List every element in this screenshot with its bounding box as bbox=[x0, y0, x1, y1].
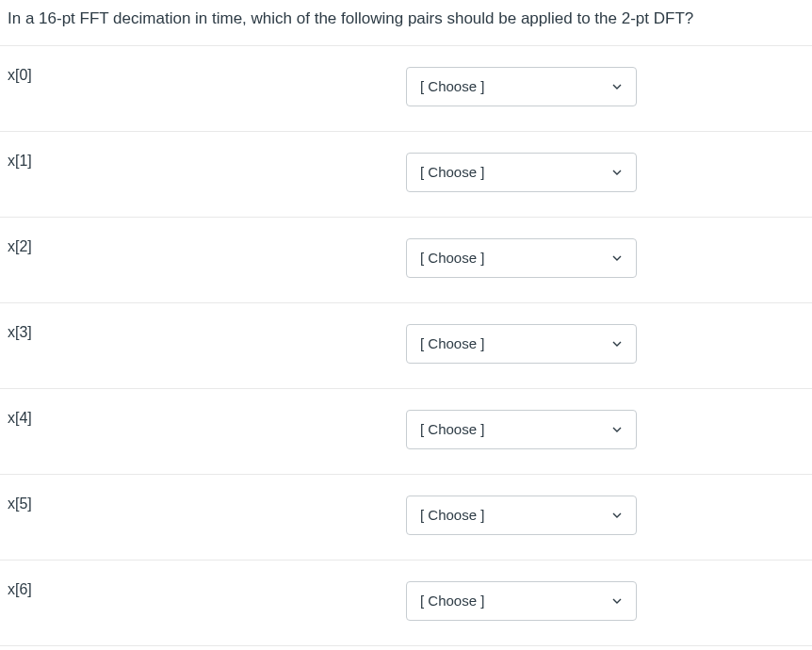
answer-row: x[1] [ Choose ] bbox=[0, 131, 812, 217]
select-placeholder: [ Choose ] bbox=[420, 78, 611, 94]
chevron-down-icon bbox=[611, 595, 623, 607]
answer-row: x[3] [ Choose ] bbox=[0, 302, 812, 388]
answer-label: x[1] bbox=[8, 153, 406, 170]
answer-row: x[5] [ Choose ] bbox=[0, 474, 812, 560]
select-placeholder: [ Choose ] bbox=[420, 421, 611, 437]
select-placeholder: [ Choose ] bbox=[420, 250, 611, 266]
answer-row: x[6] [ Choose ] bbox=[0, 560, 812, 645]
chevron-down-icon bbox=[611, 424, 623, 435]
choose-dropdown[interactable]: [ Choose ] bbox=[406, 67, 637, 106]
chevron-down-icon bbox=[611, 338, 623, 349]
answer-row: x[4] [ Choose ] bbox=[0, 388, 812, 474]
choose-dropdown[interactable]: [ Choose ] bbox=[406, 410, 637, 449]
choose-dropdown[interactable]: [ Choose ] bbox=[406, 238, 637, 278]
chevron-down-icon bbox=[611, 167, 623, 178]
chevron-down-icon bbox=[611, 81, 623, 92]
select-placeholder: [ Choose ] bbox=[420, 335, 611, 351]
chevron-down-icon bbox=[611, 252, 623, 264]
select-placeholder: [ Choose ] bbox=[420, 593, 611, 609]
answer-row: x[0] [ Choose ] bbox=[0, 45, 812, 131]
answer-label: x[2] bbox=[8, 238, 406, 255]
question-prompt: In a 16-pt FFT decimation in time, which… bbox=[0, 0, 812, 45]
answer-label: x[0] bbox=[8, 67, 406, 84]
select-placeholder: [ Choose ] bbox=[420, 507, 611, 523]
answer-label: x[5] bbox=[8, 496, 406, 512]
choose-dropdown[interactable]: [ Choose ] bbox=[406, 324, 637, 364]
choose-dropdown[interactable]: [ Choose ] bbox=[406, 496, 637, 535]
answer-row: x[7] [ Choose ] bbox=[0, 645, 812, 650]
answer-label: x[6] bbox=[8, 581, 406, 598]
choose-dropdown[interactable]: [ Choose ] bbox=[406, 153, 637, 192]
chevron-down-icon bbox=[611, 510, 623, 521]
answer-label: x[4] bbox=[8, 410, 406, 427]
select-placeholder: [ Choose ] bbox=[420, 164, 611, 180]
choose-dropdown[interactable]: [ Choose ] bbox=[406, 581, 637, 621]
answer-label: x[3] bbox=[8, 324, 406, 341]
answer-row: x[2] [ Choose ] bbox=[0, 217, 812, 302]
